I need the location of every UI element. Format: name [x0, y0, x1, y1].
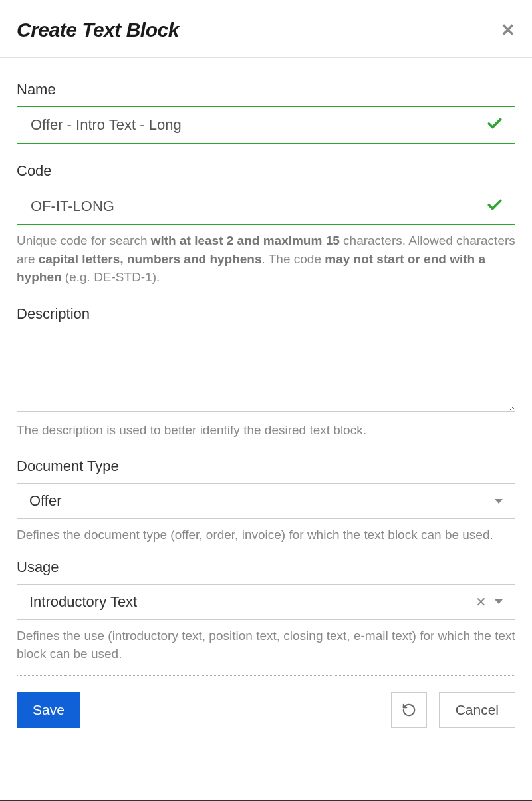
close-icon[interactable]: ✕: [501, 21, 515, 39]
helper-text-part: Unique code for search: [17, 234, 151, 247]
usage-helper: Defines the use (introductory text, posi…: [17, 627, 515, 663]
helper-text-part: (e.g. DE-STD-1).: [62, 270, 160, 284]
document-type-group: Document Type Offer Defines the document…: [17, 458, 515, 544]
code-input[interactable]: [17, 188, 515, 225]
helper-text-bold: with at least 2 and maximum 15: [151, 234, 340, 247]
document-type-value: Offer: [29, 492, 495, 510]
select-icons: ✕: [475, 594, 503, 610]
usage-select[interactable]: Introductory Text ✕: [17, 584, 515, 620]
usage-group: Usage Introductory Text ✕ Defines the us…: [17, 559, 515, 663]
code-input-wrapper: [17, 188, 515, 225]
usage-value: Introductory Text: [29, 593, 475, 611]
usage-label: Usage: [17, 559, 515, 576]
select-icons: [495, 499, 503, 504]
cancel-button[interactable]: Cancel: [439, 692, 515, 728]
modal-footer: Save Cancel: [0, 692, 532, 748]
code-helper: Unique code for search with at least 2 a…: [17, 232, 515, 287]
description-helper: The description is used to better identi…: [17, 421, 515, 440]
document-type-helper: Defines the document type (offer, order,…: [17, 526, 515, 544]
chevron-down-icon: [495, 599, 503, 604]
reset-button[interactable]: [391, 692, 427, 728]
description-label: Description: [17, 305, 515, 323]
chevron-down-icon: [495, 499, 503, 504]
modal-header: Create Text Block ✕: [0, 0, 532, 58]
helper-text-bold: capital letters, numbers and hyphens: [39, 252, 262, 266]
modal-title: Create Text Block: [17, 19, 179, 41]
form-container: Name Code Unique code for search with at…: [0, 58, 532, 676]
helper-text-part: . The code: [262, 252, 325, 266]
divider: [17, 675, 515, 676]
description-textarea[interactable]: [17, 331, 515, 412]
code-group: Code Unique code for search with at leas…: [17, 162, 515, 287]
name-input-wrapper: [17, 106, 515, 144]
clear-icon[interactable]: ✕: [475, 594, 487, 610]
save-button[interactable]: Save: [17, 692, 80, 728]
footer-right: Cancel: [391, 692, 515, 728]
description-group: Description The description is used to b…: [17, 305, 515, 440]
name-label: Name: [17, 81, 515, 98]
undo-icon: [402, 703, 416, 717]
name-group: Name: [17, 81, 515, 144]
code-label: Code: [17, 162, 515, 180]
document-type-select[interactable]: Offer: [17, 483, 515, 519]
document-type-label: Document Type: [17, 458, 515, 475]
name-input[interactable]: [17, 106, 515, 144]
